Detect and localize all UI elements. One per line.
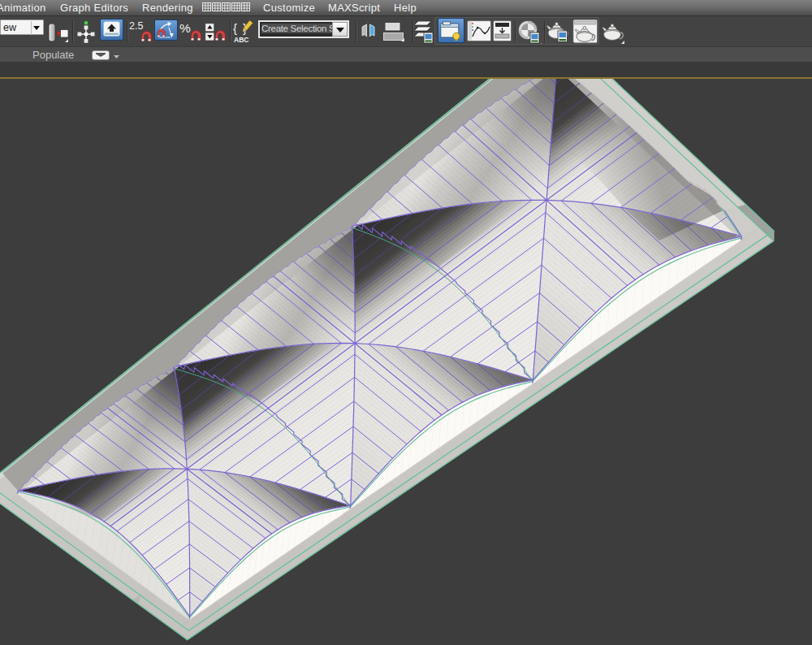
svg-text:ABC: ABC: [234, 36, 248, 44]
svg-text:{: {: [233, 21, 237, 35]
